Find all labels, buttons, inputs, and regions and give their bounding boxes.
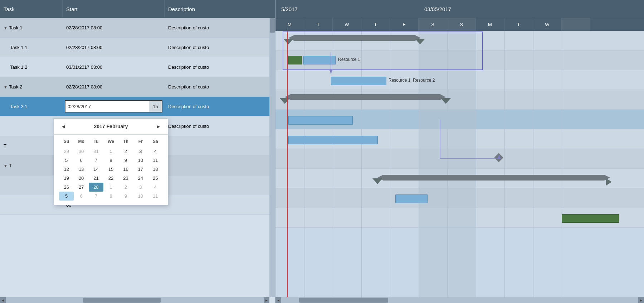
date-input-field[interactable]	[65, 103, 149, 110]
cal-day[interactable]: 24	[133, 174, 148, 183]
gantt-day-T2: T	[361, 18, 390, 31]
gantt-bar-green-task1-1[interactable]	[288, 56, 302, 64]
gantt-scrollbar-thumb[interactable]	[299, 298, 389, 303]
gantt-bar-blue-task1-2[interactable]	[331, 77, 386, 85]
calendar-grid: Su Mo Tu We Th Fr Sa 29 30 31 1 2 3 4	[54, 135, 168, 205]
cal-day[interactable]: 2	[118, 147, 133, 156]
cal-day[interactable]: 17	[133, 165, 148, 174]
cal-day[interactable]: 7	[89, 192, 103, 201]
scrollbar-thumb[interactable]	[83, 298, 160, 303]
cal-day[interactable]: 3	[133, 147, 148, 156]
table-row[interactable]: ▼Task 2 02/28/2017 08:00 Description of …	[0, 77, 275, 97]
cal-day[interactable]: 11	[148, 156, 163, 165]
cal-day[interactable]: 4	[148, 147, 163, 156]
cal-day[interactable]: 10	[133, 156, 148, 165]
gantt-day-W1: W	[333, 18, 361, 31]
calendar-prev-button[interactable]: ◄	[59, 122, 68, 131]
gantt-bar-blue-task2-1[interactable]	[288, 116, 353, 125]
cal-day[interactable]: 2	[118, 183, 133, 192]
cal-day[interactable]: 30	[74, 147, 88, 156]
gantt-day-extra	[562, 18, 590, 31]
cell-start: 03/01/2017 08:00	[63, 64, 165, 70]
gantt-date-label2: 03/05/2017	[419, 6, 644, 12]
gantt-bar-blue-row5[interactable]	[288, 136, 378, 144]
cal-day[interactable]: 20	[74, 174, 88, 183]
cal-day[interactable]: 25	[148, 174, 163, 183]
cal-day[interactable]: 3	[133, 183, 148, 192]
date-input[interactable]: 15	[65, 100, 162, 112]
scrollbar-thumb[interactable]	[270, 18, 275, 33]
table-row[interactable]: Task 1.1 02/28/2017 08:00 Description of…	[0, 38, 275, 57]
gantt-day-T1: T	[304, 18, 333, 31]
calendar-days: 29 30 31 1 2 3 4 5 6 7 8 9 10 11 12	[59, 147, 163, 201]
cal-day[interactable]: 5	[59, 156, 74, 165]
scrollbar-track	[6, 297, 264, 303]
gantt-scroll-right-btn[interactable]: ►	[638, 297, 644, 303]
cal-day[interactable]: 9	[118, 192, 133, 201]
svg-marker-5	[497, 155, 501, 159]
gantt-day-F1: F	[390, 18, 419, 31]
cal-day[interactable]: 8	[103, 156, 118, 165]
summary-bar-T	[377, 175, 610, 181]
cell-task: Task 1.2	[0, 64, 63, 70]
cal-day[interactable]: 22	[103, 174, 118, 183]
day-header-tu: Tu	[89, 138, 103, 145]
cal-day-today[interactable]: 5	[59, 192, 74, 201]
calendar-next-button[interactable]: ►	[154, 122, 163, 131]
cal-day[interactable]: 26	[59, 183, 74, 192]
cal-day[interactable]: 19	[59, 174, 74, 183]
cal-day[interactable]: 29	[59, 147, 74, 156]
cal-day[interactable]: 27	[74, 183, 88, 192]
cal-day[interactable]: 14	[89, 165, 103, 174]
cal-day[interactable]: 1	[103, 183, 118, 192]
cell-start[interactable]: 15	[63, 100, 165, 112]
vline	[361, 31, 362, 297]
calendar-day-headers: Su Mo Tu We Th Fr Sa	[59, 138, 163, 145]
table-row[interactable]: Task 2.1 15 Description of custo	[0, 97, 275, 116]
summary-arrow-right	[415, 39, 425, 44]
cal-day[interactable]: 11	[148, 192, 163, 201]
cal-day[interactable]: 13	[74, 165, 88, 174]
gantt-scroll-left-btn[interactable]: ◄	[275, 297, 281, 303]
summary-bar-task2	[285, 94, 446, 100]
horizontal-scrollbar[interactable]: ◄ ►	[0, 297, 269, 303]
calendar-button[interactable]: 15	[149, 101, 162, 112]
cell-task: T	[0, 143, 63, 149]
cal-day[interactable]: 4	[148, 183, 163, 192]
table-row[interactable]: ▼Task 1 02/28/2017 08:00 Description of …	[0, 18, 275, 38]
resource-label-1: Resource 1	[338, 57, 360, 62]
cal-day[interactable]: 7	[89, 156, 103, 165]
cal-day[interactable]: 6	[74, 156, 88, 165]
calendar-title: 2017 February	[94, 124, 128, 129]
scroll-left-button[interactable]: ◄	[0, 297, 6, 303]
cal-day[interactable]: 9	[118, 156, 133, 165]
summary-arrow2-right	[441, 98, 451, 104]
cal-day[interactable]: 6	[74, 192, 88, 201]
cal-day[interactable]: 18	[148, 165, 163, 174]
dependency-arrow	[331, 52, 338, 81]
cal-day[interactable]: 31	[89, 147, 103, 156]
gantt-bar-green-row9[interactable]	[562, 214, 619, 223]
day-header-sa: Sa	[148, 138, 163, 145]
cal-day[interactable]: 10	[133, 192, 148, 201]
gantt-rows-bg: Resource 1 Resource 1, Resource 2	[275, 31, 644, 297]
gantt-horizontal-scrollbar[interactable]: ◄ ►	[275, 297, 644, 303]
cal-day[interactable]: 12	[59, 165, 74, 174]
cal-day[interactable]: 21	[89, 174, 103, 183]
cell-start: 02/28/2017 08:00	[63, 25, 165, 30]
gantt-bar-blue-row8[interactable]	[395, 194, 428, 203]
scroll-right-button[interactable]: ►	[264, 297, 269, 303]
cell-start: 02/28/2017 08:00	[63, 45, 165, 50]
summary-arrow2-left	[280, 98, 290, 104]
table-header: Task Start Description	[0, 0, 275, 18]
cal-day-selected[interactable]: 28	[89, 183, 103, 192]
table-row[interactable]: Task 1.2 03/01/2017 08:00 Description of…	[0, 57, 275, 77]
cal-day[interactable]: 15	[103, 165, 118, 174]
cal-day[interactable]: 23	[118, 174, 133, 183]
cal-day[interactable]: 16	[118, 165, 133, 174]
vertical-scrollbar[interactable]	[269, 18, 275, 297]
cal-day[interactable]: 8	[103, 192, 118, 201]
day-header-mo: Mo	[74, 138, 88, 145]
resource-label-12: Resource 1, Resource 2	[389, 78, 435, 83]
cal-day[interactable]: 1	[103, 147, 118, 156]
